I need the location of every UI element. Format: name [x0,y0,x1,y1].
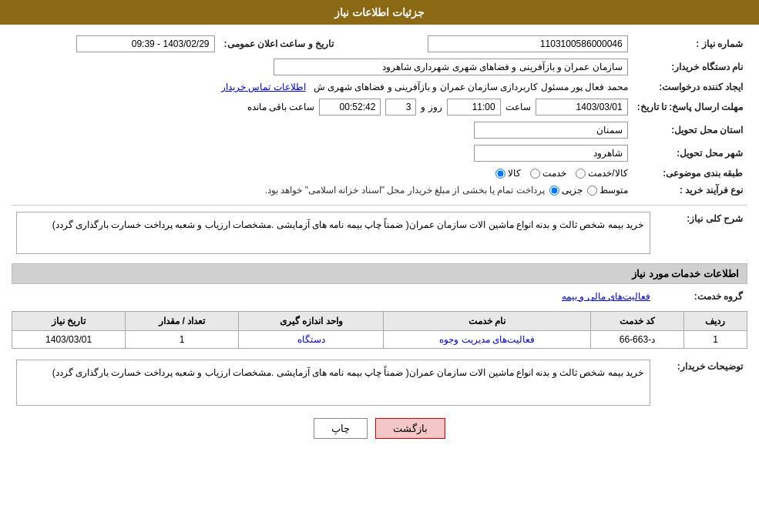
purchase-note: پرداخت تمام یا بخشی از مبلغ خریدار محل "… [265,185,545,196]
separator-1 [12,205,747,206]
col-date: تاریخ نیاز [12,312,126,331]
province-value: سمنان [12,119,633,142]
page-title: جزئیات اطلاعات نیاز [334,6,425,18]
need-desc-value: خرید بیمه شخص ثالث و بدنه انواع ماشین ال… [12,209,655,257]
need-number-label: شماره نیاز : [633,32,747,55]
category-kala-khidmat-radio[interactable] [576,169,586,179]
category-options: کالا/خدمت خدمت کالا [12,165,633,182]
cell-name: فعالیت‌های مدیریت وجوه [384,331,591,349]
service-group-link[interactable]: فعالیت‌های مالی و بیمه [562,291,650,302]
print-button[interactable]: چاپ [314,418,368,439]
services-section-header: اطلاعات خدمات مورد نیاز [12,263,747,284]
need-desc-box: خرید بیمه شخص ثالث و بدنه انواع ماشین ال… [16,212,650,254]
deadline-label: مهلت ارسال پاسخ: تا تاریخ: [633,95,747,119]
need-number-input: 1103100586000046 [428,35,628,52]
purchase-jozii-label: جزیی [562,185,583,196]
col-code: کد خدمت [590,312,683,331]
category-kala: کالا [495,168,521,179]
announce-label: تاریخ و ساعت اعلان عمومی: [220,32,338,55]
purchase-mutavasit: متوسط [587,185,628,196]
col-count: تعداد / مقدار [126,312,239,331]
province-input: سمنان [474,122,628,139]
services-table: ردیف کد خدمت نام خدمت واحد اندازه گیری ت… [12,311,747,349]
cell-date: 1403/03/01 [12,331,126,349]
need-desc-label: شرح کلی نیاز: [655,209,747,257]
deadline-row: 1403/03/01 ساعت 11:00 روز و 3 00:52:42 س… [12,95,633,119]
city-label: شهر محل تحویل: [633,142,747,165]
col-unit: واحد اندازه گیری [239,312,384,331]
category-kala-khidmat: کالا/خدمت [576,168,627,179]
creator-text: محمد فعال پور مسئول کاربردازی سازمان عمر… [314,82,628,92]
category-khidmat-label: خدمت [542,168,566,179]
creator-link[interactable]: اطلاعات تماس خریدار [221,82,306,92]
button-row: بازگشت چاپ [12,418,747,439]
cell-code: د-663-66 [590,331,683,349]
page-header: جزئیات اطلاعات نیاز [0,0,759,25]
cell-count: 1 [126,331,239,349]
announce-value: 1403/02/29 - 09:39 [12,32,220,55]
main-content: شماره نیاز : 1103100586000046 تاریخ و سا… [0,25,759,456]
buyer-desc-value: خرید بیمه شخص ثالث و بدنه انواع ماشین ال… [12,356,655,409]
category-label: طبقه بندی موضوعی: [633,165,747,182]
buyer-org-label: نام دستگاه خریدار: [633,55,747,79]
province-label: استان محل تحویل: [633,119,747,142]
col-row: ردیف [683,312,747,331]
purchase-mutavasit-label: متوسط [599,185,628,196]
deadline-remaining-input: 00:52:42 [319,99,381,115]
deadline-time-label: ساعت [505,102,531,112]
city-input: شاهرود [474,145,628,162]
table-row: 1د-663-66فعالیت‌های مدیریت وجوهدستگاه114… [12,331,747,349]
creator-value: محمد فعال پور مسئول کاربردازی سازمان عمر… [12,79,633,95]
category-kala-khidmat-label: کالا/خدمت [588,168,627,179]
col-name: نام خدمت [384,312,591,331]
deadline-time-input: 11:00 [447,99,501,115]
purchase-jozii: جزیی [549,185,583,196]
purchase-jozii-radio[interactable] [549,186,559,196]
cell-unit: دستگاه [239,331,384,349]
buyer-org-value: سازمان عمران و بازآفرینی و فضاهای شهری ش… [12,55,633,79]
buyer-desc-box: خرید بیمه شخص ثالث و بدنه انواع ماشین ال… [16,360,650,406]
deadline-remaining-label: ساعت باقی مانده [247,102,315,112]
deadline-days-label: روز و [421,102,442,112]
page-container: جزئیات اطلاعات نیاز شماره نیاز : 1103100… [0,0,759,532]
purchase-type-row: متوسط جزیی پرداخت تمام یا بخشی از مبلغ خ… [12,182,633,199]
announce-input: 1403/02/29 - 09:39 [76,35,215,52]
category-khidmat-radio[interactable] [530,169,540,179]
purchase-type-label: نوع فرآیند خرید : [633,182,747,199]
purchase-mutavasit-radio[interactable] [587,186,597,196]
service-group-table: گروه خدمت: فعالیت‌های مالی و بیمه [12,288,747,305]
city-value: شاهرود [12,142,633,165]
buyer-desc-label: توضیحات خریدار: [655,356,747,409]
info-table-top: شماره نیاز : 1103100586000046 تاریخ و سا… [12,32,747,199]
deadline-days-input: 3 [385,99,416,115]
category-kala-label: کالا [508,168,521,179]
back-button[interactable]: بازگشت [375,418,445,439]
need-number-value: 1103100586000046 [338,32,633,55]
cell-row: 1 [683,331,747,349]
category-khidmat: خدمت [530,168,566,179]
service-group-label: گروه خدمت: [655,288,747,305]
buyer-desc-table: توضیحات خریدار: خرید بیمه شخص ثالث و بدن… [12,356,747,409]
need-desc-table: شرح کلی نیاز: خرید بیمه شخص ثالث و بدنه … [12,209,747,257]
buyer-org-input: سازمان عمران و بازآفرینی و فضاهای شهری ش… [274,59,628,75]
category-kala-radio[interactable] [495,169,505,179]
creator-label: ایجاد کننده درخواست: [633,79,747,95]
deadline-date-input: 1403/03/01 [536,99,628,115]
service-group-value: فعالیت‌های مالی و بیمه [12,288,655,305]
